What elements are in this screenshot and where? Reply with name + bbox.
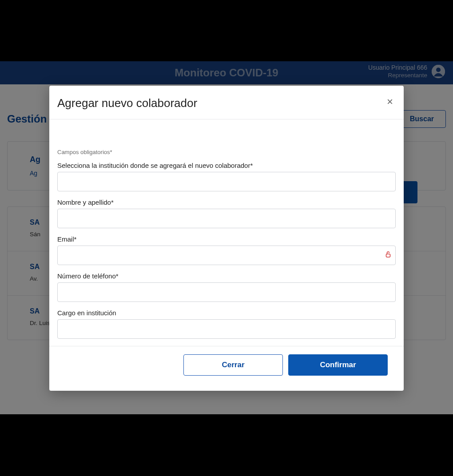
email-input[interactable] bbox=[57, 246, 396, 265]
confirmar-button[interactable]: Confirmar bbox=[288, 354, 388, 376]
name-input[interactable] bbox=[57, 209, 396, 228]
modal-header: Agregar nuevo colaborador × bbox=[49, 86, 404, 119]
agregar-colaborador-modal: Agregar nuevo colaborador × Campos oblig… bbox=[49, 86, 404, 391]
field-phone: Número de teléfono* bbox=[57, 272, 396, 302]
role-input[interactable] bbox=[57, 319, 396, 339]
close-icon[interactable]: × bbox=[384, 96, 396, 107]
role-label: Cargo en institución bbox=[57, 309, 396, 317]
field-institution: Selecciona la institución donde se agreg… bbox=[57, 162, 396, 191]
modal-footer: Cerrar Confirmar bbox=[57, 346, 396, 387]
cerrar-button[interactable]: Cerrar bbox=[183, 354, 283, 376]
phone-input[interactable] bbox=[57, 282, 396, 302]
institution-label: Selecciona la institución donde se agreg… bbox=[57, 162, 396, 169]
name-label: Nombre y apellido* bbox=[57, 198, 396, 206]
svg-rect-2 bbox=[386, 254, 390, 257]
phone-label: Número de teléfono* bbox=[57, 272, 396, 280]
field-email: Email* bbox=[57, 235, 396, 265]
field-role: Cargo en institución bbox=[57, 309, 396, 339]
email-label: Email* bbox=[57, 235, 396, 243]
institution-input[interactable] bbox=[57, 172, 396, 191]
required-fields-note: Campos obligatorios* bbox=[57, 149, 396, 155]
field-name: Nombre y apellido* bbox=[57, 198, 396, 228]
modal-title: Agregar nuevo colaborador bbox=[57, 96, 197, 110]
lock-icon bbox=[385, 251, 391, 260]
